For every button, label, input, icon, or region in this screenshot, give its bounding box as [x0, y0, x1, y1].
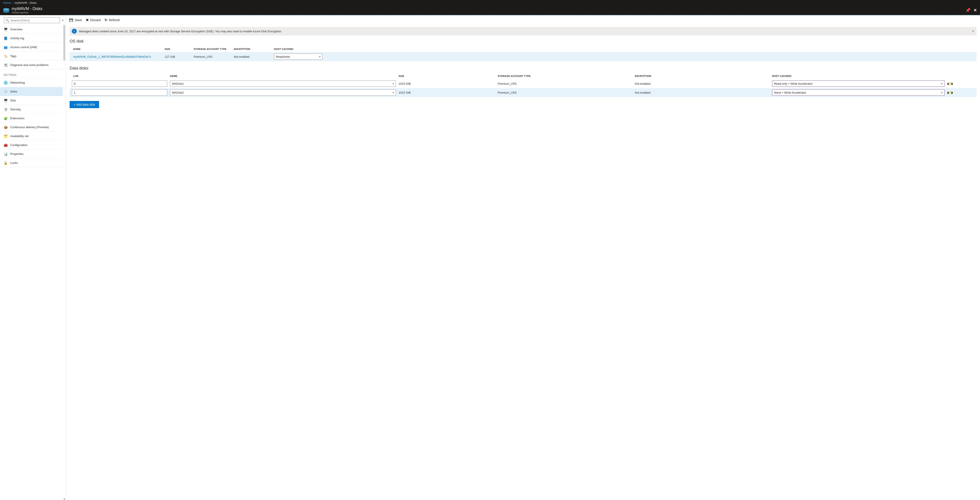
close-icon[interactable]: ✕ [974, 8, 977, 13]
refresh-icon: ↻ [105, 18, 108, 22]
tag-icon: 🏷️ [3, 54, 8, 58]
properties-icon: 📊 [3, 152, 8, 156]
select-value: Read-only + Write Accelerator [774, 82, 813, 86]
iam-icon: 👥 [3, 45, 8, 49]
col-name: NAME [70, 46, 163, 52]
chevron-down-icon: ▾ [393, 82, 394, 85]
page-title: myWAVM - Disks [11, 7, 42, 11]
sidebar-item-access-control[interactable]: 👥Access control (IAM) [0, 43, 63, 52]
refresh-button[interactable]: ↻Refresh [105, 18, 120, 22]
sidebar-item-label: Activity log [10, 37, 24, 40]
info-icon: i [72, 29, 77, 34]
lun-input[interactable]: 1 [72, 89, 167, 96]
os-disk-enc: Not enabled [232, 52, 273, 61]
sidebar-item-diagnose[interactable]: 🛠️Diagnose and solve problems [0, 60, 63, 70]
refresh-label: Refresh [109, 18, 120, 22]
data-disks-table: LUN NAME SIZE STORAGE ACCOUNT TYPE ENCRY… [70, 73, 977, 97]
breadcrumb: Home › myWAVM - Disks [0, 0, 980, 5]
disk-sat: Premium_LRS [496, 88, 633, 97]
sidebar-item-label: Size [10, 99, 16, 102]
sidebar-item-label: Overview [10, 28, 22, 31]
sidebar-item-activity-log[interactable]: 📘Activity log [0, 34, 63, 43]
sidebar-item-overview[interactable]: 🖥️Overview [0, 25, 63, 34]
extension-icon: 🧩 [3, 116, 8, 121]
disks-icon [3, 8, 10, 12]
pin-icon[interactable]: 📌 [966, 8, 970, 13]
col-sat: STORAGE ACCOUNT TYPE [192, 46, 232, 52]
sidebar-item-label: Properties [10, 152, 24, 156]
os-disk-name-link[interactable]: myWAVM_OsDisk_1_f8678795084e451c8bfdb837… [73, 55, 151, 59]
size-icon: 🖥️ [3, 98, 8, 103]
sidebar-item-configuration[interactable]: 🧰Configuration [0, 141, 63, 149]
select-value: None + Write Accelerator [774, 91, 807, 94]
sidebar: 🔍 « ▲ 🖥️Overview 📘Activity log 👥Access c… [0, 15, 66, 500]
sidebar-item-label: Continuous delivery (Preview) [10, 125, 49, 129]
select-value: WADisk2 [172, 91, 184, 94]
os-disk-table: NAME SIZE STORAGE ACCOUNT TYPE ENCRYPTIO… [70, 46, 977, 61]
sidebar-item-locks[interactable]: 🔒Locks [0, 159, 63, 167]
disk-sat: Premium_LRS [496, 79, 633, 88]
sidebar-item-networking[interactable]: 🌐Networking [0, 78, 63, 87]
add-data-disk-button[interactable]: + Add data disk [70, 101, 99, 108]
col-hc: HOST CACHING [771, 73, 946, 79]
sidebar-item-continuous-delivery[interactable]: 📦Continuous delivery (Preview) [0, 123, 63, 132]
breadcrumb-sep: › [12, 1, 13, 5]
sidebar-item-label: Extensions [10, 117, 25, 120]
sidebar-item-disks[interactable]: 💿Disks [0, 87, 63, 96]
sidebar-item-availability-set[interactable]: 🗂️Availability set [0, 132, 63, 141]
save-label: Save [75, 18, 82, 22]
col-hc: HOST CACHING [273, 46, 324, 52]
external-link-icon[interactable]: ↗ [972, 29, 974, 33]
data-disk-row: 0 WADisk1▾ 1023 GiB Premium_LRS Not enab… [70, 79, 977, 88]
host-caching-select[interactable]: Read-only + Write Accelerator▾ [772, 81, 945, 87]
disk-enc: Not enabled [633, 79, 771, 88]
sidebar-section-settings: SETTINGS [0, 70, 63, 78]
data-disks-heading: Data disks [70, 66, 977, 71]
sidebar-item-security[interactable]: 🛡️Security [0, 105, 63, 114]
toolbar: 💾Save ✖Discard ↻Refresh [66, 15, 980, 25]
discard-button[interactable]: ✖Discard [86, 18, 100, 22]
col-enc: ENCRYPTION [232, 46, 273, 52]
select-value: WADisk1 [172, 82, 184, 86]
col-enc: ENCRYPTION [633, 73, 771, 79]
disk-name-select[interactable]: WADisk2▾ [170, 89, 396, 96]
lun-value: 0 [74, 82, 75, 86]
disk-size: 1023 GiB [397, 88, 496, 97]
os-disk-sat: Premium_LRS [192, 52, 232, 61]
write-accelerator-icon[interactable]: ◖⚡◗ [947, 91, 952, 94]
scroll-down-icon[interactable]: ▼ [63, 498, 65, 500]
search-input[interactable]: 🔍 [4, 17, 60, 23]
sidebar-item-size[interactable]: 🖥️Size [0, 96, 63, 105]
lun-input[interactable]: 0 [72, 81, 167, 87]
col-name: NAME [169, 73, 397, 79]
collapse-sidebar-icon[interactable]: « [62, 19, 64, 22]
data-disk-row: 1 WADisk2▾ 1023 GiB Premium_LRS Not enab… [70, 88, 977, 97]
info-banner: i Managed disks created since June 10, 2… [70, 27, 977, 35]
col-lun: LUN [70, 73, 169, 79]
sidebar-item-extensions[interactable]: 🧩Extensions [0, 114, 63, 123]
page-subtitle: Virtual machine [11, 11, 42, 14]
chevron-down-icon: ▾ [941, 82, 942, 85]
sidebar-item-label: Access control (IAM) [10, 46, 37, 49]
sidebar-item-label: Networking [10, 81, 25, 84]
chevron-down-icon: ▾ [393, 91, 394, 94]
save-icon: 💾 [69, 18, 73, 22]
log-icon: 📘 [3, 37, 8, 40]
save-button[interactable]: 💾Save [69, 18, 82, 22]
availability-icon: 🗂️ [3, 134, 8, 138]
tools-icon: 🛠️ [3, 63, 8, 67]
os-disk-size: 127 GiB [163, 52, 192, 61]
sidebar-item-tags[interactable]: 🏷️Tags [0, 52, 63, 60]
disk-name-select[interactable]: WADisk1▾ [170, 81, 396, 87]
col-size: SIZE [397, 73, 496, 79]
sidebar-item-label: Diagnose and solve problems [10, 63, 48, 67]
sidebar-item-properties[interactable]: 📊Properties [0, 149, 63, 159]
write-accelerator-icon[interactable]: ◖⚡◗ [947, 82, 952, 86]
breadcrumb-home[interactable]: Home [3, 1, 11, 5]
os-disk-host-caching-select[interactable]: Read/write▾ [274, 54, 323, 60]
search-field[interactable] [11, 19, 58, 22]
host-caching-select[interactable]: None + Write Accelerator▾ [772, 89, 945, 96]
pipeline-icon: 📦 [3, 125, 8, 129]
scrollbar-thumb[interactable] [64, 25, 65, 60]
disks-icon: 💿 [3, 90, 8, 94]
